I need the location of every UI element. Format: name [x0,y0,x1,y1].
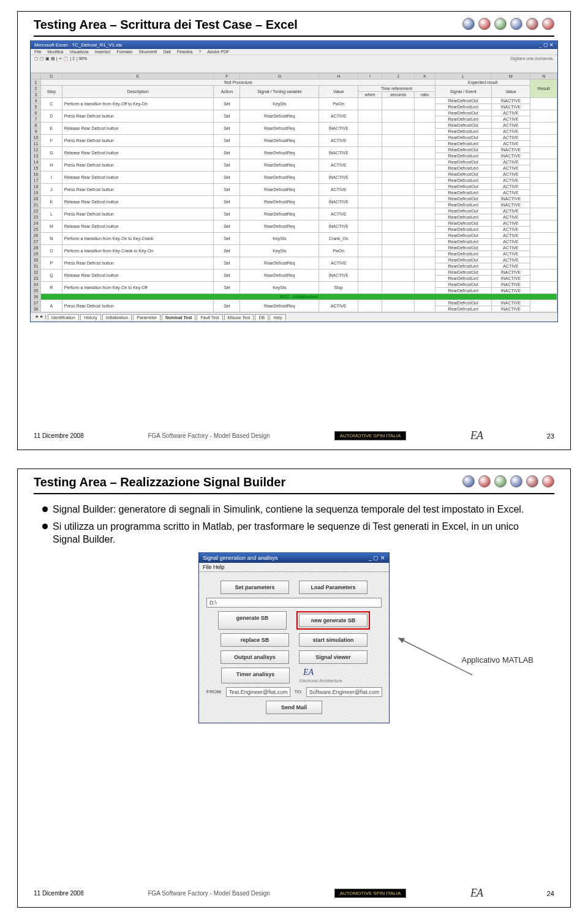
table-row[interactable]: 32QRelease Rear Defrost buttonSetRearDef… [31,269,557,276]
spin-badge: AUTOMOTIVE SPIN ITALIA [334,889,407,898]
arrow-label: Applicativo MATLAB [461,655,533,665]
slide-footer: 11 Dicembre 2008 FGA Software Factory - … [34,887,554,900]
footer-date: 11 Dicembre 2008 [34,432,84,439]
brand-logo-icon [462,475,475,488]
output-analisys-button[interactable]: Output analisys [221,650,289,664]
highlight-box: new generate SB [296,611,370,630]
menu-item[interactable]: Visualizza [69,50,88,54]
footer-date: 11 Dicembre 2008 [34,890,84,897]
window-controls[interactable]: _ ▢ ✕ [369,555,385,561]
table-row[interactable]: 6DPress Rear Defrost buttonSetRearDefros… [31,110,557,116]
brand-logo-icon [510,18,522,30]
table-row[interactable]: 12GRelease Rear Defrost buttonSetRearDef… [31,147,557,153]
column-header[interactable]: J [382,73,415,80]
table-row[interactable]: 34RPerform a transition from Key-On to K… [31,282,557,288]
column-header[interactable]: L [435,73,491,80]
column-header[interactable]: I [358,73,382,80]
menu-item[interactable]: Inserisci [95,50,111,54]
path-field[interactable]: D:\ [206,598,382,608]
to-label: TO: [294,689,302,695]
menu-item[interactable]: Dati [163,50,170,54]
brand-logo-icon [542,475,554,488]
excel-toolbars[interactable]: ▢ ▢ ▣ ▤ | ✂ 📋 | Σ | 90% Digitare una dom… [31,55,557,73]
replace-sb-button[interactable]: replace SB [221,633,289,647]
menu-item[interactable]: Modifica [47,50,63,54]
sheet-tab[interactable]: Nominal Test [162,314,195,320]
to-field[interactable]: Software.Engineer@fiat.com [306,687,383,697]
sheet-tab[interactable]: DB [255,314,268,320]
table-row[interactable]: 30PPress Rear Defrost buttonSetRearDefro… [31,257,557,263]
sheet-tab[interactable]: Initialization [102,314,132,320]
menu-item[interactable]: File [34,50,41,54]
table-row[interactable]: 4CPerform a transition from Key-Off to K… [31,98,557,104]
table-row[interactable]: 10FPress Rear Defrost buttonSetRearDefro… [31,135,557,141]
sheet-tab[interactable]: Parameter [133,314,160,320]
from-field[interactable]: Test.Engineer@fiat.com [226,687,291,697]
table-row[interactable]: 26NPerform a transition from Key-On to K… [31,233,557,239]
column-header[interactable]: D [41,73,62,80]
column-header[interactable]: N [530,73,557,80]
sheet-tab[interactable]: Misuse Test [224,314,254,320]
menu-item[interactable]: Adobe PDF [207,50,229,54]
column-header[interactable]: G [240,73,319,80]
matlab-menubar[interactable]: File Help [199,563,389,572]
table-row[interactable]: 28OPerform a transition from Key-Crank t… [31,245,557,251]
footer-page: 23 [547,432,554,440]
sheet-tabs[interactable]: ◄ ► | IdentificationHistoryInitializatio… [31,312,557,322]
slide-title: Testing Area – Realizzazione Signal Buil… [34,475,285,489]
menu-item[interactable]: Finestra [177,50,192,54]
column-header[interactable]: E [62,73,214,80]
table-row[interactable]: 24MRelease Rear Defrost buttonSetRearDef… [31,220,557,227]
sheet-tab[interactable]: History [80,314,101,320]
header-test-procedure: Test Procedure [41,80,435,86]
table-row[interactable]: 16IRelease Rear Defrost buttonSetRearDef… [31,171,557,178]
timer-analisys-button[interactable]: Timer analisys [221,668,290,683]
ea-badge: EA [470,429,483,442]
title-divider [34,493,554,494]
menu-item[interactable]: Strumenti [139,50,157,54]
signal-viewer-button[interactable]: Signal viewer [299,650,368,664]
start-simulation-button[interactable]: start simulation [299,633,368,647]
table-row[interactable]: 14HPress Rear Defrost buttonSetRearDefro… [31,159,557,165]
title-divider [34,36,554,37]
ea-badge: EA [470,887,483,900]
column-header[interactable]: K [415,73,435,80]
sheet-tab[interactable]: Fault Test [197,314,222,320]
table-row[interactable]: 37APress Rear Defrost buttonSetRearDefro… [31,300,557,306]
ea-logo: EA [300,668,317,677]
spin-badge: AUTOMOTIVE SPIN ITALIA [334,431,407,440]
excel-window-title: Microsoft Excel - TC_Defrost_R1_V1.xls [34,42,122,48]
brand-logo-icon [510,475,522,488]
excel-titlebar: Microsoft Excel - TC_Defrost_R1_V1.xls _… [31,41,557,49]
send-mail-button[interactable]: Send Mail [266,701,322,714]
brand-logos [462,18,554,30]
set-parameters-button[interactable]: Set parameters [221,581,289,594]
question-box[interactable]: Digitare una domanda. [510,56,554,71]
menu-item[interactable]: Formato [116,50,132,54]
footer-mid: FGA Software Factory - Model Based Desig… [148,432,270,439]
column-header[interactable]: M [491,73,530,80]
excel-grid[interactable]: DEFGHIJKLMN 1Test ProcedureExpected resu… [31,73,557,312]
body-text: Signal Builder: generatore di segnali in… [18,498,570,546]
bullet-dot-icon [42,524,48,529]
table-row[interactable]: 18JPress Rear Defrost buttonSetRearDefro… [31,184,557,190]
excel-menubar[interactable]: FileModificaVisualizzaInserisciFormatoSt… [31,49,557,55]
table-row[interactable]: 22LPress Rear Defrost buttonSetRearDefro… [31,208,557,214]
window-controls[interactable]: _ ▢ ✕ [539,42,554,48]
column-header[interactable]: H [319,73,358,80]
brand-logos [462,475,554,488]
column-header[interactable]: F [214,73,240,80]
bullet-item: Si utilizza un programma scritto in Matl… [42,520,546,546]
brand-logo-icon [526,18,538,30]
load-parameters-button[interactable]: Load Parameters [299,581,368,594]
bullet-text: Signal Builder: generatore di segnali in… [53,503,524,516]
table-row[interactable]: 8ERelease Rear Defrost buttonSetRearDefr… [31,122,557,129]
table-row[interactable]: 20KRelease Rear Defrost buttonSetRearDef… [31,196,557,202]
new-generate-sb-button[interactable]: new generate SB [299,614,368,627]
menu-item[interactable]: ? [198,50,201,54]
matlab-titlebar: Signal generation and analisys _ ▢ ✕ [199,553,389,563]
sheet-tab[interactable]: Identification [48,314,79,320]
generate-sb-button[interactable]: generate SB [218,611,287,630]
brand-logo-icon [526,475,538,488]
sheet-tab[interactable]: Help [270,314,285,320]
